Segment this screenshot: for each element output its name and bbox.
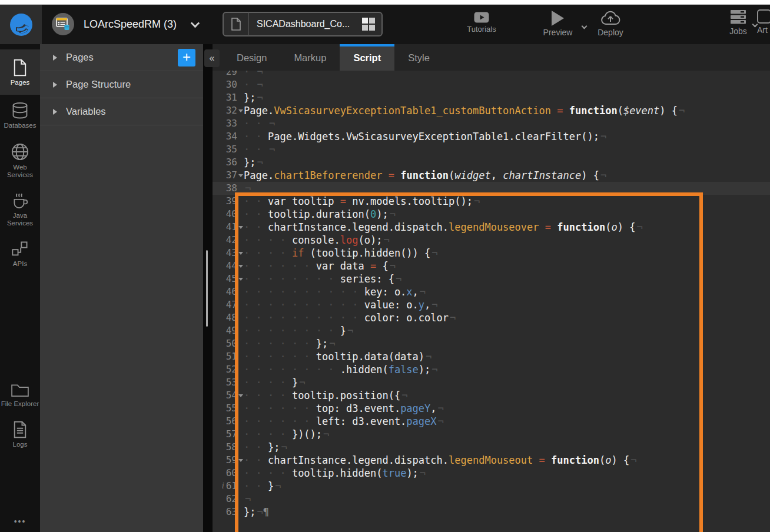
code-line-52[interactable]: 52· · · · · · · · .hidden(false);¬ bbox=[213, 363, 770, 376]
gutter[interactable]: 55 bbox=[213, 402, 237, 415]
expand-triangle-icon[interactable] bbox=[53, 109, 57, 115]
code-line-41[interactable]: 41· · chartInstance.legend.dispatch.lege… bbox=[213, 221, 770, 234]
code-line-51[interactable]: 51· · · · · · tooltip.data(data)¬ bbox=[213, 350, 770, 363]
code-line-39[interactable]: 39· · var tooltip = nv.models.tooltip();… bbox=[213, 195, 770, 208]
gutter[interactable]: 43 bbox=[213, 247, 237, 260]
rail-item-file-explorer[interactable]: File Explorer bbox=[0, 375, 40, 414]
code-line-55[interactable]: 55· · · · · · top: d3.event.pageY,¬ bbox=[213, 402, 770, 415]
gutter[interactable]: 42 bbox=[213, 234, 237, 247]
gutter[interactable]: 37 bbox=[213, 169, 237, 182]
add-page-button[interactable]: + bbox=[178, 49, 195, 66]
gutter[interactable]: 29 bbox=[213, 71, 237, 78]
code-line-47[interactable]: 47· · · · · · · · · · value: o.y,¬ bbox=[213, 298, 770, 311]
project-avatar[interactable] bbox=[52, 13, 74, 35]
open-page-tab[interactable]: SICADashboard_Co... bbox=[223, 12, 383, 36]
gutter[interactable]: 38 bbox=[213, 182, 237, 195]
code-line-35[interactable]: 35· · ¬ bbox=[213, 143, 770, 156]
code-line-46[interactable]: 46· · · · · · · · · · key: o.x,¬ bbox=[213, 285, 770, 298]
scrollbar-thumb[interactable] bbox=[206, 250, 208, 327]
code-line-50[interactable]: 50· · · · · · };¬ bbox=[213, 337, 770, 350]
fold-arrow-icon[interactable] bbox=[237, 104, 244, 117]
fold-arrow-icon[interactable] bbox=[237, 272, 244, 285]
code-line-60[interactable]: 60· · · · tooltip.hidden(true);¬ bbox=[213, 467, 770, 480]
gutter[interactable]: 63 bbox=[213, 506, 237, 518]
tab-style[interactable]: Style bbox=[394, 44, 443, 71]
deploy-button[interactable]: Deploy bbox=[590, 11, 630, 37]
code-area[interactable]: 29· ¬30· ¬31};¬32Page.VwSicasurveyExcept… bbox=[213, 71, 770, 532]
tab-script[interactable]: Script bbox=[340, 44, 394, 71]
rail-item-apis[interactable]: APIs bbox=[0, 233, 40, 274]
wavemaker-logo[interactable] bbox=[0, 5, 42, 44]
rail-item-pages[interactable]: Pages bbox=[0, 49, 40, 95]
code-line-32[interactable]: 32Page.VwSicasurveyExceptionTable1_custo… bbox=[213, 104, 770, 117]
code-line-57[interactable]: 57· · · · })();¬ bbox=[213, 428, 770, 441]
fold-arrow-icon[interactable] bbox=[237, 260, 244, 272]
code-line-48[interactable]: 48· · · · · · · · · · color: o.color¬ bbox=[213, 311, 770, 324]
gutter[interactable]: 62 bbox=[213, 493, 237, 506]
code-line-30[interactable]: 30· ¬ bbox=[213, 78, 770, 91]
code-line-31[interactable]: 31};¬ bbox=[213, 91, 770, 104]
rail-item-databases[interactable]: Databases bbox=[0, 95, 40, 135]
gutter[interactable]: 34 bbox=[213, 130, 237, 143]
tab-markup[interactable]: Markup bbox=[280, 44, 340, 71]
fold-arrow-icon[interactable] bbox=[237, 454, 244, 467]
expand-triangle-icon[interactable] bbox=[53, 82, 57, 88]
gutter[interactable]: 33 bbox=[213, 117, 237, 130]
code-line-49[interactable]: 49· · · · · · · · }¬ bbox=[213, 324, 770, 337]
gutter[interactable]: 53 bbox=[213, 376, 237, 389]
rail-more-button[interactable]: ••• bbox=[0, 517, 40, 526]
gutter[interactable]: 36 bbox=[213, 156, 237, 169]
gutter[interactable]: 60 bbox=[213, 467, 237, 480]
tab-design[interactable]: Design bbox=[223, 44, 280, 71]
gutter[interactable]: 46 bbox=[213, 285, 237, 298]
gutter[interactable]: 40 bbox=[213, 208, 237, 221]
fold-arrow-icon[interactable] bbox=[237, 221, 244, 234]
gutter[interactable]: 58 bbox=[213, 441, 237, 454]
code-line-29[interactable]: 29· ¬ bbox=[213, 71, 770, 78]
code-line-63[interactable]: 63};¬¶ bbox=[213, 506, 770, 518]
code-line-53[interactable]: 53· · · · }¬ bbox=[213, 376, 770, 389]
code-line-40[interactable]: 40· · tooltip.duration(0);¬ bbox=[213, 208, 770, 221]
panel-section-variables[interactable]: Variables bbox=[40, 98, 203, 125]
fold-arrow-icon[interactable] bbox=[237, 247, 244, 260]
code-line-34[interactable]: 34· · Page.Widgets.VwSicasurveyException… bbox=[213, 130, 770, 143]
code-line-37[interactable]: 37Page.chart1Beforerender = function(wid… bbox=[213, 169, 770, 182]
code-line-62[interactable]: 62¬ bbox=[213, 493, 770, 506]
gutter[interactable]: 30 bbox=[213, 78, 237, 91]
panel-section-page-structure[interactable]: Page Structure bbox=[40, 71, 203, 98]
collapse-panel-button[interactable]: « bbox=[204, 49, 220, 67]
panel-section-pages[interactable]: Pages+ bbox=[40, 44, 203, 71]
fold-arrow-icon[interactable] bbox=[237, 169, 244, 182]
gutter[interactable]: i61 bbox=[213, 480, 237, 493]
code-line-61[interactable]: i61· · }¬ bbox=[213, 480, 770, 493]
code-line-38[interactable]: 38¬ bbox=[213, 182, 770, 195]
code-line-42[interactable]: 42· · · · console.log(o);¬ bbox=[213, 234, 770, 247]
project-dropdown-chevron-icon[interactable] bbox=[191, 19, 200, 28]
code-line-45[interactable]: 45· · · · · · · · series: {¬ bbox=[213, 272, 770, 285]
gutter[interactable]: 45 bbox=[213, 272, 237, 285]
code-line-36[interactable]: 36};¬ bbox=[213, 156, 770, 169]
gutter[interactable]: 44 bbox=[213, 260, 237, 272]
code-line-33[interactable]: 33· · ¬ bbox=[213, 117, 770, 130]
code-line-56[interactable]: 56· · · · · · left: d3.event.pageX¬ bbox=[213, 415, 770, 428]
code-line-43[interactable]: 43· · · · if (tooltip.hidden()) {¬ bbox=[213, 247, 770, 260]
gutter[interactable]: 51 bbox=[213, 350, 237, 363]
gutter[interactable]: 41 bbox=[213, 221, 237, 234]
preview-button[interactable]: Preview bbox=[533, 11, 583, 37]
code-line-58[interactable]: 58· · };¬ bbox=[213, 441, 770, 454]
gutter[interactable]: 31 bbox=[213, 91, 237, 104]
expand-triangle-icon[interactable] bbox=[53, 55, 57, 61]
gutter[interactable]: 56 bbox=[213, 415, 237, 428]
code-line-59[interactable]: 59· · chartInstance.legend.dispatch.lege… bbox=[213, 454, 770, 467]
tutorials-button[interactable]: Tutorials bbox=[459, 12, 504, 34]
rail-item-web-services[interactable]: Web Services bbox=[0, 135, 40, 185]
jobs-button[interactable]: Jobs bbox=[721, 9, 755, 36]
rail-item-logs[interactable]: Logs bbox=[0, 414, 40, 454]
gutter[interactable]: 48 bbox=[213, 311, 237, 324]
gutter[interactable]: 50 bbox=[213, 337, 237, 350]
gutter[interactable]: 57 bbox=[213, 428, 237, 441]
artifacts-button[interactable]: Art bbox=[757, 9, 770, 35]
gutter[interactable]: 59 bbox=[213, 454, 237, 467]
gutter[interactable]: 35 bbox=[213, 143, 237, 156]
code-line-44[interactable]: 44· · · · · · var data = {¬ bbox=[213, 260, 770, 272]
